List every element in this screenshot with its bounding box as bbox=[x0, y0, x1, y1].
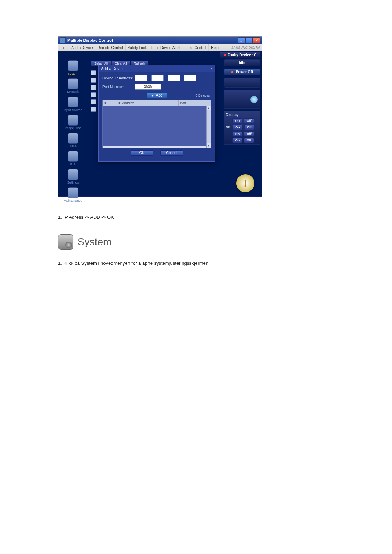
sidebar-item-system[interactable]: System bbox=[58, 60, 87, 75]
power-dot-icon bbox=[231, 71, 233, 73]
titlebar: Multiple Display Control _ ▭ ✕ bbox=[58, 37, 262, 44]
dialog-titlebar: Add a Device × bbox=[99, 65, 215, 72]
sidebar-item-settings[interactable]: Settings bbox=[58, 169, 87, 184]
sidebar-label-image-size: Image Size bbox=[58, 126, 87, 130]
brand-label: SAMSUNG DIGITall bbox=[231, 46, 260, 49]
speaker-box bbox=[224, 90, 260, 109]
mdc-window: Multiple Display Control _ ▭ ✕ File Add … bbox=[58, 36, 262, 196]
sidebar-label-maintenance: Maintenance bbox=[58, 199, 87, 202]
body-area: System Network Input Source Image Size T… bbox=[58, 58, 262, 196]
cancel-button[interactable]: Cancel bbox=[160, 150, 183, 156]
col-ip[interactable]: IP Address bbox=[117, 100, 179, 106]
system-heading-row: System bbox=[58, 234, 334, 250]
row4-off-button[interactable]: Off bbox=[244, 138, 254, 143]
display-on-button[interactable]: On bbox=[232, 118, 242, 123]
system-heading-icon bbox=[58, 234, 73, 250]
row-checkbox[interactable] bbox=[91, 78, 96, 83]
ip-seg-4[interactable] bbox=[184, 75, 196, 81]
sidebar-label-pip: PIP bbox=[58, 163, 87, 166]
window-title: Multiple Display Control bbox=[67, 38, 113, 42]
speaker-icon bbox=[250, 96, 258, 103]
row-checkbox[interactable] bbox=[91, 99, 96, 104]
image-size-icon bbox=[68, 115, 78, 126]
sidebar-label-settings: Settings bbox=[58, 181, 87, 184]
col-id[interactable]: ID bbox=[103, 100, 117, 106]
blank-pill bbox=[224, 78, 260, 88]
pip-icon bbox=[68, 151, 78, 162]
ip-seg-2[interactable] bbox=[151, 75, 164, 81]
system-heading: System bbox=[78, 236, 111, 248]
port-input[interactable]: 1515 bbox=[135, 84, 161, 90]
sidebar-item-network[interactable]: Network bbox=[58, 78, 87, 94]
sidebar-item-maintenance[interactable]: Maintenance bbox=[58, 187, 87, 202]
add-button[interactable]: Add bbox=[146, 93, 167, 98]
sd-on-button[interactable]: On bbox=[233, 125, 243, 130]
sidebar-item-pip[interactable]: PIP bbox=[58, 151, 87, 166]
restore-button[interactable]: ▭ bbox=[245, 37, 253, 44]
menubar: File Add a Device Remote Control Safety … bbox=[58, 44, 262, 51]
scroll-up-arrow[interactable]: ▲ bbox=[207, 106, 211, 110]
sidebar-label-input-source: Input Source bbox=[58, 108, 87, 112]
row-checkbox[interactable] bbox=[91, 107, 96, 112]
add-arrow-icon bbox=[151, 95, 154, 97]
row4-on-button[interactable]: On bbox=[232, 138, 242, 143]
row3-off-button[interactable]: Off bbox=[244, 131, 254, 136]
port-label: Port Number: bbox=[102, 85, 135, 89]
menu-remote-control[interactable]: Remote Control bbox=[95, 44, 126, 51]
sd-label: SD bbox=[226, 126, 230, 129]
faulty-device-indicator: Faulty Device : 0 bbox=[220, 52, 260, 58]
scroll-down-arrow[interactable]: ▼ bbox=[207, 143, 211, 148]
display-label: Display bbox=[226, 113, 239, 117]
display-off-button[interactable]: Off bbox=[244, 118, 254, 123]
sidebar-item-time[interactable]: Time bbox=[58, 133, 87, 148]
device-table-body bbox=[103, 106, 211, 146]
power-off-button[interactable]: Power Off bbox=[224, 69, 260, 75]
sidebar-label-time: Time bbox=[58, 144, 87, 148]
warning-icon: ! bbox=[236, 174, 254, 192]
input-source-icon bbox=[68, 97, 78, 107]
table-scrollbar[interactable]: ▲ ▼ bbox=[206, 106, 211, 148]
sidebar-item-input-source[interactable]: Input Source bbox=[58, 97, 87, 112]
ip-seg-3[interactable] bbox=[168, 75, 180, 81]
add-button-label: Add bbox=[156, 93, 163, 97]
faulty-dot-icon bbox=[224, 54, 226, 56]
sidebar-label-system: System bbox=[58, 72, 87, 75]
time-icon bbox=[68, 133, 78, 144]
caption-list-1: 1. IP Adress -> ADD -> OK bbox=[58, 214, 334, 220]
ip-address-label: Device IP Address: bbox=[102, 76, 135, 80]
row3-on-button[interactable]: On bbox=[232, 131, 242, 136]
menu-help[interactable]: Help bbox=[209, 44, 221, 51]
display-settings-box: Display On Off SD On Off On Off bbox=[224, 111, 260, 145]
system-icon bbox=[68, 60, 78, 71]
row-checkbox[interactable] bbox=[91, 85, 96, 90]
ok-button[interactable]: OK bbox=[131, 150, 153, 156]
sidebar-label-network: Network bbox=[58, 90, 87, 94]
menu-lamp-control[interactable]: Lamp Control bbox=[182, 44, 209, 51]
menu-add-device[interactable]: Add a Device bbox=[69, 44, 95, 51]
maintenance-icon bbox=[68, 187, 78, 198]
device-table: ID IP Address Port ▲ ▼ bbox=[102, 100, 211, 148]
device-count-label: 0 Devices bbox=[195, 94, 210, 97]
row-checkbox[interactable] bbox=[91, 92, 96, 97]
row-checkbox[interactable] bbox=[91, 70, 96, 75]
sd-off-button[interactable]: Off bbox=[244, 125, 254, 130]
menu-fault-device-alert[interactable]: Fault Device Alert bbox=[149, 44, 182, 51]
add-device-dialog: Add a Device × Device IP Address: . . . bbox=[98, 65, 215, 162]
ip-seg-1[interactable] bbox=[135, 75, 147, 81]
menu-safety-lock[interactable]: Safety Lock bbox=[126, 44, 149, 51]
col-port[interactable]: Port bbox=[179, 100, 211, 106]
power-off-label: Power Off bbox=[236, 70, 253, 74]
settings-icon bbox=[68, 169, 78, 180]
faulty-device-label: Faulty Device : 0 bbox=[228, 53, 256, 57]
dialog-close-button[interactable]: × bbox=[211, 66, 213, 71]
minimize-button[interactable]: _ bbox=[238, 37, 245, 44]
right-column: Idle Power Off Display On Off bbox=[224, 59, 260, 145]
menu-file[interactable]: File bbox=[58, 44, 69, 51]
checkbox-column bbox=[91, 70, 96, 112]
idle-pill: Idle bbox=[224, 59, 260, 66]
app-icon bbox=[60, 37, 66, 43]
close-button[interactable]: ✕ bbox=[253, 37, 260, 44]
sidebar-item-image-size[interactable]: Image Size bbox=[58, 115, 87, 130]
ip-address-input[interactable]: . . . bbox=[135, 75, 196, 81]
dialog-title: Add a Device bbox=[101, 66, 124, 71]
